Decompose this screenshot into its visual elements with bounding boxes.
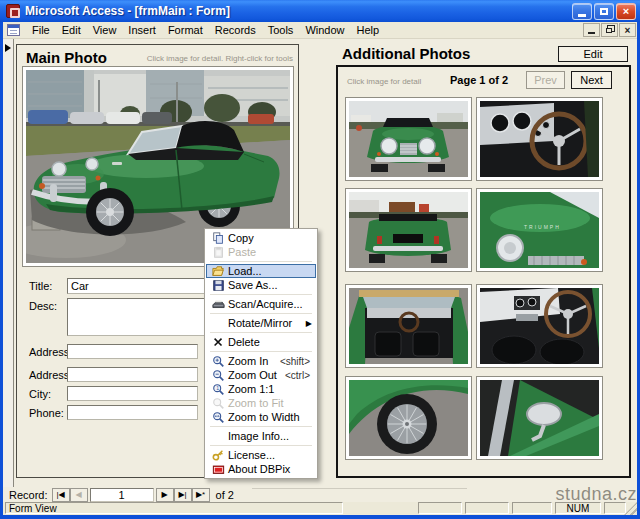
minimize-button[interactable] xyxy=(572,3,592,20)
status-panel-2 xyxy=(465,502,509,514)
form-window-icon[interactable] xyxy=(7,24,20,36)
window-title: Microsoft Access - [frmMain : Form] xyxy=(25,4,570,18)
menu-bar: FileEditViewInsertFormatRecordsToolsWind… xyxy=(3,22,637,39)
menu-item-label: Paste xyxy=(228,246,314,258)
watermark: studna.cz xyxy=(555,484,637,505)
menu-item-label: Zoom Out xyxy=(228,369,285,381)
field-input-address2[interactable] xyxy=(67,367,198,382)
menu-item-zoom-out[interactable]: Zoom Out<ctrl> xyxy=(206,368,316,382)
main-photo-title: Main Photo xyxy=(26,49,107,66)
prev-page-button[interactable]: Prev xyxy=(526,71,565,89)
access-window: Microsoft Access - [frmMain : Form] × Fi… xyxy=(0,0,640,519)
page-indicator: Page 1 of 2 xyxy=(450,74,508,86)
menu-window[interactable]: Window xyxy=(299,23,350,37)
thumbnail-photo-2-dashboard-and[interactable] xyxy=(476,97,603,181)
horizontal-scrollbar[interactable] xyxy=(252,488,467,501)
menu-item-paste[interactable]: Paste xyxy=(206,245,316,259)
menu-item-load[interactable]: Load... xyxy=(206,264,316,278)
menu-view[interactable]: View xyxy=(87,23,123,37)
menu-item-delete[interactable]: Delete xyxy=(206,335,316,349)
field-input-city[interactable] xyxy=(67,386,198,401)
record-label: Record: xyxy=(9,489,48,501)
menu-records[interactable]: Records xyxy=(209,23,262,37)
image-context-menu: CopyPasteLoad...Save As...Scan/Acquire..… xyxy=(204,228,318,479)
field-label-desc: Desc: xyxy=(29,300,57,312)
floppy-icon xyxy=(208,279,228,292)
menu-item-scan-acquire[interactable]: Scan/Acquire... xyxy=(206,297,316,311)
zoom-width-icon xyxy=(208,411,228,424)
scanner-icon xyxy=(208,298,228,311)
status-panel-1 xyxy=(418,502,462,514)
thumbnail-photo-3-rear-view[interactable] xyxy=(345,188,472,272)
menu-item-label: Save As... xyxy=(228,279,314,291)
zoom-1-icon: 1 xyxy=(208,383,228,396)
menu-item-zoom-to-width[interactable]: Zoom to Width xyxy=(206,410,316,424)
record-selector-bar[interactable] xyxy=(3,39,14,487)
first-record-button[interactable]: |◀ xyxy=(52,488,70,502)
field-label-title: Title: xyxy=(29,280,52,292)
access-app-icon xyxy=(6,4,20,18)
thumbnail-photo-1-front-view[interactable] xyxy=(345,97,472,181)
menu-item-label: Zoom 1:1 xyxy=(228,383,314,395)
window-border xyxy=(0,515,640,519)
menu-item-copy[interactable]: Copy xyxy=(206,231,316,245)
menu-item-label: Rotate/Mirror xyxy=(228,317,306,329)
menu-item-label: License... xyxy=(228,449,314,461)
menu-edit[interactable]: Edit xyxy=(56,23,87,37)
menu-item-image-info[interactable]: Image Info... xyxy=(206,429,316,443)
next-page-button[interactable]: Next xyxy=(571,71,612,89)
zoom-in-icon xyxy=(208,355,228,368)
menu-item-zoom-1-1[interactable]: 1Zoom 1:1 xyxy=(206,382,316,396)
previous-record-button[interactable]: ◀ xyxy=(70,488,88,502)
record-number-input[interactable] xyxy=(90,488,154,502)
copy-icon xyxy=(208,232,228,245)
new-record-button[interactable]: ▶* xyxy=(192,488,210,502)
thumbnail-photo-5-cockpit-from[interactable] xyxy=(345,284,472,368)
status-view-panel: Form View xyxy=(5,502,343,514)
menu-item-label: Zoom In xyxy=(228,355,280,367)
thumbnail-photo-6-interior-with[interactable] xyxy=(476,284,603,368)
menu-item-zoom-to-fit[interactable]: Zoom to Fit xyxy=(206,396,316,410)
key-icon xyxy=(208,449,228,462)
menu-tools[interactable]: Tools xyxy=(262,23,300,37)
delete-icon xyxy=(208,336,228,349)
menu-item-label: Scan/Acquire... xyxy=(228,298,314,310)
field-label-city: City: xyxy=(29,388,51,400)
child-close-button[interactable]: × xyxy=(619,23,636,37)
menu-item-license[interactable]: License... xyxy=(206,448,316,462)
additional-photos-hint: Click image for detail xyxy=(347,77,421,86)
menu-item-label: Image Info... xyxy=(228,430,314,442)
menu-item-rotate-mirror[interactable]: Rotate/Mirror▶ xyxy=(206,316,316,330)
menu-item-label: Delete xyxy=(228,336,314,348)
title-bar: Microsoft Access - [frmMain : Form] × xyxy=(0,0,640,22)
menu-item-zoom-in[interactable]: Zoom In<shift> xyxy=(206,354,316,368)
field-input-phone[interactable] xyxy=(67,405,198,420)
close-button[interactable]: × xyxy=(616,3,636,20)
status-panel-3 xyxy=(512,502,552,514)
form-detail-area: Main Photo Click image for detail. Right… xyxy=(3,39,637,487)
menu-insert[interactable]: Insert xyxy=(122,23,162,37)
menu-item-label: Copy xyxy=(228,232,314,244)
menu-item-about-dbpix[interactable]: About DBPix xyxy=(206,462,316,476)
open-folder-icon xyxy=(208,265,228,278)
zoom-fit-icon xyxy=(208,397,228,410)
thumbnail-photo-4-bonnet-and[interactable]: TRIUMPH xyxy=(476,188,603,272)
field-input-address1[interactable] xyxy=(67,344,198,359)
submenu-arrow-icon: ▶ xyxy=(306,319,312,328)
field-label-phone: Phone: xyxy=(29,407,64,419)
maximize-button[interactable] xyxy=(594,3,614,20)
menu-file[interactable]: File xyxy=(26,23,56,37)
child-minimize-button[interactable] xyxy=(583,23,600,37)
next-record-button[interactable]: ▶ xyxy=(156,488,174,502)
status-bar: Form View NUM xyxy=(3,502,637,515)
menu-help[interactable]: Help xyxy=(351,23,386,37)
edit-button[interactable]: Edit xyxy=(558,46,628,62)
child-restore-button[interactable] xyxy=(601,23,618,37)
last-record-button[interactable]: ▶| xyxy=(174,488,192,502)
menu-item-save-as[interactable]: Save As... xyxy=(206,278,316,292)
thumbnail-photo-7-wire-wheel[interactable] xyxy=(345,376,472,460)
svg-text:1: 1 xyxy=(216,385,219,391)
menu-format[interactable]: Format xyxy=(162,23,209,37)
thumbnail-photo-8-door-mirror[interactable] xyxy=(476,376,603,460)
zoom-out-icon xyxy=(208,369,228,382)
